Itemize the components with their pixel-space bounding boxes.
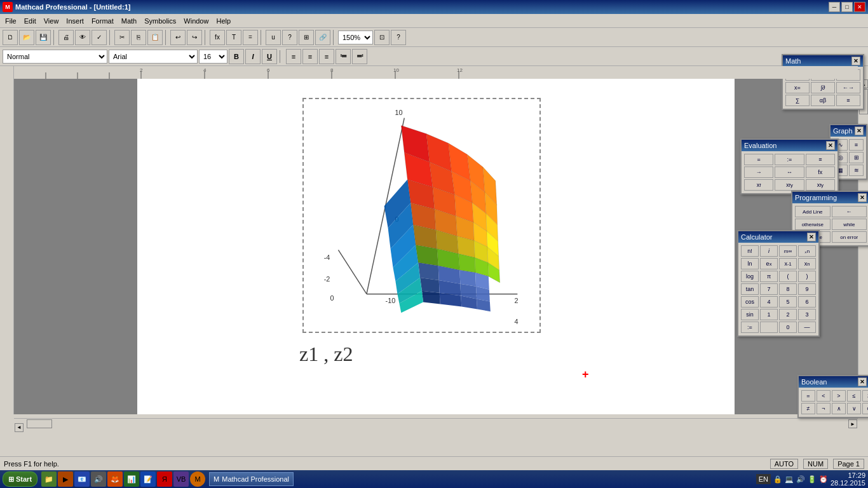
undo-button[interactable]: ↩ <box>170 30 186 45</box>
eval-btn-assign[interactable]: := <box>775 154 804 165</box>
bool-btn-ne[interactable]: ≠ <box>801 403 815 414</box>
bool-btn-xor[interactable]: ⊕ <box>862 403 868 414</box>
bool-panel-close[interactable]: ✕ <box>858 377 867 386</box>
spellcheck-button[interactable]: ✓ <box>92 30 107 45</box>
align-center-button[interactable]: ≡ <box>302 49 318 64</box>
calc-btn-0[interactable]: 0 <box>779 322 797 333</box>
graph-btn-contour[interactable]: ⊞ <box>849 152 864 163</box>
prog-btn-while[interactable]: while <box>832 219 867 230</box>
graph-panel-close[interactable]: ✕ <box>855 126 864 135</box>
eval-btn-sub1[interactable]: xf <box>744 179 773 191</box>
calc-btn-2[interactable]: 2 <box>779 309 797 320</box>
bullet-button[interactable]: ≔ <box>336 49 351 64</box>
graph-btn-3d[interactable]: ≡ <box>849 139 864 151</box>
menu-format[interactable]: Format <box>88 16 118 26</box>
bold-button[interactable]: B <box>229 49 244 64</box>
align-left-button[interactable]: ≡ <box>286 49 301 64</box>
insert-text-button[interactable]: T <box>226 30 241 45</box>
calc-btn-sin[interactable]: sin <box>741 309 759 320</box>
component-button[interactable]: ⊞ <box>299 30 314 45</box>
close-button[interactable]: ✕ <box>854 2 865 12</box>
math-btn-calculus[interactable]: ∫∂ <box>811 82 835 93</box>
bool-btn-gt[interactable]: > <box>832 390 846 402</box>
start-button[interactable]: ⊞ Start <box>3 471 37 487</box>
calc-btn-tan[interactable]: tan <box>741 283 759 295</box>
preview-button[interactable]: 👁 <box>75 30 90 45</box>
menu-edit[interactable]: Edit <box>20 16 40 26</box>
eval-btn-eq[interactable]: = <box>744 154 773 165</box>
calc-btn-nfact[interactable]: n! <box>741 245 759 257</box>
prog-btn-addline[interactable]: Add Line <box>795 206 831 217</box>
calc-btn-1[interactable]: 1 <box>760 309 778 320</box>
calc-btn-cos[interactable]: cos <box>741 296 759 308</box>
bool-btn-ge[interactable]: ≥ <box>862 390 868 402</box>
equals-button[interactable]: = <box>243 30 258 45</box>
hyperlink-button[interactable]: 🔗 <box>315 30 330 45</box>
menu-insert[interactable]: Insert <box>62 16 88 26</box>
calc-btn-3[interactable]: 3 <box>798 309 816 320</box>
bool-panel-title[interactable]: Boolean ✕ <box>799 376 868 388</box>
math-btn-prog[interactable]: ∑ <box>785 95 810 106</box>
underline-button[interactable]: U <box>262 49 277 64</box>
calc-btn-8[interactable]: 8 <box>779 283 797 295</box>
bool-btn-and[interactable]: ∧ <box>832 403 846 414</box>
calc-btn-6[interactable]: 6 <box>798 296 816 308</box>
calc-btn-xn[interactable]: ₓn <box>798 245 816 257</box>
graph-btn-scatter[interactable]: ≋ <box>849 165 864 176</box>
bool-btn-not[interactable]: ¬ <box>817 403 831 414</box>
cut-button[interactable]: ✂ <box>114 30 130 45</box>
eval-panel-title[interactable]: Evaluation ✕ <box>742 140 837 151</box>
prog-btn-arrow[interactable]: ← <box>832 206 867 217</box>
eval-btn-fn[interactable]: fx <box>806 166 835 178</box>
scroll-right-button[interactable]: ► <box>848 419 857 428</box>
math-btn-greek[interactable]: αβ <box>811 95 835 106</box>
numbered-button[interactable]: ≕ <box>352 49 367 64</box>
minimize-button[interactable]: ─ <box>829 2 840 12</box>
prog-panel-close[interactable]: ✕ <box>858 193 867 202</box>
eval-btn-arrow[interactable]: → <box>744 166 773 178</box>
calc-btn-inf[interactable]: m∞ <box>779 245 797 257</box>
align-right-button[interactable]: ≡ <box>319 49 334 64</box>
bool-btn-le[interactable]: ≤ <box>847 390 861 402</box>
taskbar-icon-firefox[interactable]: 🦊 <box>107 471 123 487</box>
zoom-select[interactable]: 150% 100% 75% <box>338 30 373 44</box>
calc-btn-assign2[interactable]: := <box>741 322 759 333</box>
menu-help[interactable]: Help <box>212 16 234 26</box>
math-btn-bool[interactable]: ←→ <box>836 82 860 93</box>
insert-math-button[interactable]: fx <box>210 30 225 45</box>
menu-math[interactable]: Math <box>118 16 140 26</box>
doc-page[interactable]: 10 0 -10 -4 -2 0 2 4 <box>137 79 735 414</box>
calc-btn-4[interactable]: 4 <box>760 296 778 308</box>
calc-btn-ln[interactable]: ln <box>741 258 759 269</box>
graph-panel-title[interactable]: Graph ✕ <box>831 125 866 137</box>
size-select[interactable]: 16 <box>199 50 227 64</box>
calc-btn-log[interactable]: log <box>741 271 759 282</box>
calc-btn-9[interactable]: 9 <box>798 283 816 295</box>
calc-btn-xn2[interactable]: xn <box>798 258 816 269</box>
scroll-left-button[interactable]: ◄ <box>15 423 24 432</box>
menu-window[interactable]: Window <box>180 16 212 26</box>
help-button[interactable]: ? <box>391 30 406 45</box>
taskbar-icon-mail[interactable]: 📧 <box>74 471 90 487</box>
eval-btn-sub2[interactable]: xfy <box>775 179 804 191</box>
math-btn-eval[interactable]: x= <box>785 82 810 93</box>
calc-btn-rparen[interactable]: ) <box>798 271 816 282</box>
calc-btn-7[interactable]: 7 <box>760 283 778 295</box>
plot-container[interactable]: 10 0 -10 -4 -2 0 2 4 <box>302 98 541 333</box>
menu-view[interactable]: View <box>40 16 63 26</box>
math-panel-close[interactable]: ✕ <box>851 57 860 65</box>
taskbar-icon-yandex[interactable]: Я <box>157 471 172 487</box>
zoom-fit-button[interactable]: ⊡ <box>374 30 390 45</box>
hscroll-thumb[interactable] <box>27 419 52 428</box>
font-select[interactable]: Arial <box>109 50 198 64</box>
taskbar-icon-files[interactable]: 📁 <box>41 471 57 487</box>
menu-symbolics[interactable]: Symbolics <box>140 16 180 26</box>
taskbar-mathcad-item[interactable]: M Mathcad Professional <box>209 472 294 486</box>
calc-btn-negate[interactable]: — <box>798 322 816 333</box>
taskbar-icon-media[interactable]: ▶ <box>58 471 73 487</box>
math-btn-symbolic[interactable]: ≡ <box>836 95 860 106</box>
calc-btn-i[interactable]: i <box>760 245 778 257</box>
scrollbar-horizontal[interactable]: ◄ ► <box>14 418 858 428</box>
copy-button[interactable]: ⎘ <box>131 30 146 45</box>
save-button[interactable]: 💾 <box>36 30 51 45</box>
